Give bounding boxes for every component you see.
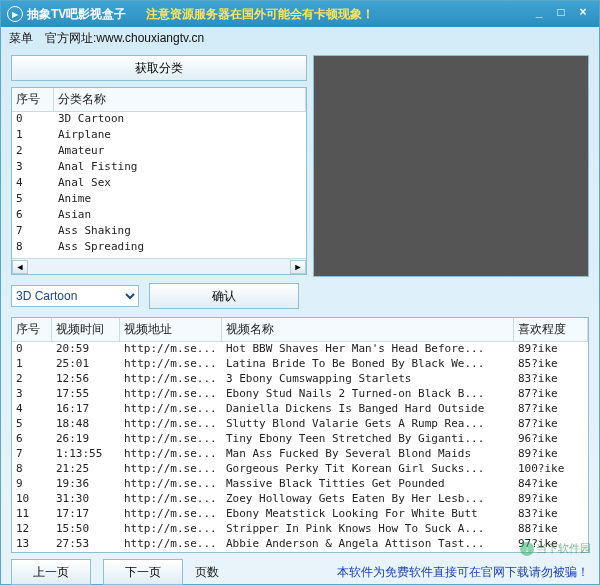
- list-item[interactable]: 3Anal Fisting: [12, 160, 306, 176]
- prev-page-button[interactable]: 上一页: [11, 559, 91, 585]
- table-row[interactable]: 317:55http://m.se...Ebony Stud Nails 2 T…: [12, 387, 588, 402]
- list-item[interactable]: 4Anal Sex: [12, 176, 306, 192]
- col-url: 视频地址: [120, 318, 222, 341]
- list-item[interactable]: 1Airplane: [12, 128, 306, 144]
- app-logo-icon: ▶: [7, 6, 23, 22]
- next-page-button[interactable]: 下一页: [103, 559, 183, 585]
- table-row[interactable]: 919:36http://m.se...Massive Black Tittie…: [12, 477, 588, 492]
- confirm-button[interactable]: 确认: [149, 283, 299, 309]
- list-item[interactable]: 5Anime: [12, 192, 306, 208]
- list-item[interactable]: 6Asian: [12, 208, 306, 224]
- table-row[interactable]: 125:01http://m.se...Latina Bride To Be B…: [12, 357, 588, 372]
- scroll-right-icon[interactable]: ►: [290, 260, 306, 274]
- official-site-link[interactable]: 官方网址:www.chouxiangtv.cn: [45, 30, 204, 47]
- category-list-header: 序号 分类名称: [12, 88, 306, 112]
- table-row[interactable]: 626:19http://m.se...Tiny Ebony Teen Stre…: [12, 432, 588, 447]
- list-item[interactable]: 2Amateur: [12, 144, 306, 160]
- table-row[interactable]: 1031:30http://m.se...Zoey Holloway Gets …: [12, 492, 588, 507]
- table-row[interactable]: 1215:50http://m.se...Stripper In Pink Kn…: [12, 522, 588, 537]
- table-row[interactable]: 020:59http://m.se...Hot BBW Shaves Her M…: [12, 342, 588, 357]
- titlebar-notice: 注意资源服务器在国外可能会有卡顿现象！: [146, 6, 374, 23]
- col-title: 视频名称: [222, 318, 514, 341]
- list-item[interactable]: 8Ass Spreading: [12, 240, 306, 256]
- table-row[interactable]: 71:13:55http://m.se...Man Ass Fucked By …: [12, 447, 588, 462]
- table-row[interactable]: 1117:17http://m.se...Ebony Meatstick Loo…: [12, 507, 588, 522]
- video-preview-panel: [313, 55, 589, 277]
- col-seq: 序号: [12, 318, 52, 341]
- col-time: 视频时间: [52, 318, 120, 341]
- col-seq-header: 序号: [12, 88, 54, 111]
- table-row[interactable]: 518:48http://m.se...Slutty Blond Valarie…: [12, 417, 588, 432]
- titlebar: ▶ 抽象TV吧影视盒子 注意资源服务器在国外可能会有卡顿现象！ _ □ ×: [1, 1, 599, 27]
- col-name-header: 分类名称: [54, 88, 306, 111]
- menu-item-main[interactable]: 菜单: [9, 30, 33, 47]
- table-row[interactable]: 212:56http://m.se...3 Ebony Cumswapping …: [12, 372, 588, 387]
- get-categories-button[interactable]: 获取分类: [11, 55, 307, 81]
- table-row[interactable]: 416:17http://m.se...Daniella Dickens Is …: [12, 402, 588, 417]
- col-like: 喜欢程度: [514, 318, 588, 341]
- pages-label: 页数: [195, 564, 219, 581]
- menubar: 菜单 官方网址:www.chouxiangtv.cn: [1, 27, 599, 49]
- category-hscrollbar[interactable]: ◄ ►: [12, 258, 306, 274]
- video-table[interactable]: 序号 视频时间 视频地址 视频名称 喜欢程度 020:59http://m.se…: [11, 317, 589, 553]
- category-listbox[interactable]: 序号 分类名称 03D Cartoon1Airplane2Amateur3Ana…: [11, 87, 307, 275]
- app-window: ▶ 抽象TV吧影视盒子 注意资源服务器在国外可能会有卡顿现象！ _ □ × 菜单…: [0, 0, 600, 585]
- minimize-button[interactable]: _: [529, 5, 549, 23]
- table-row[interactable]: 1327:53http://m.se...Abbie Anderson & An…: [12, 537, 588, 552]
- app-title: 抽象TV吧影视盒子: [27, 6, 126, 23]
- scroll-left-icon[interactable]: ◄: [12, 260, 28, 274]
- list-item[interactable]: 7Ass Shaking: [12, 224, 306, 240]
- list-item[interactable]: 03D Cartoon: [12, 112, 306, 128]
- video-table-header: 序号 视频时间 视频地址 视频名称 喜欢程度: [12, 318, 588, 342]
- footer-note: 本软件为免费软件直接可在官网下载请勿被骗！: [337, 564, 589, 581]
- maximize-button[interactable]: □: [551, 5, 571, 23]
- table-row[interactable]: 821:25http://m.se...Gorgeous Perky Tit K…: [12, 462, 588, 477]
- close-button[interactable]: ×: [573, 5, 593, 23]
- category-select[interactable]: 3D Cartoon: [11, 285, 139, 307]
